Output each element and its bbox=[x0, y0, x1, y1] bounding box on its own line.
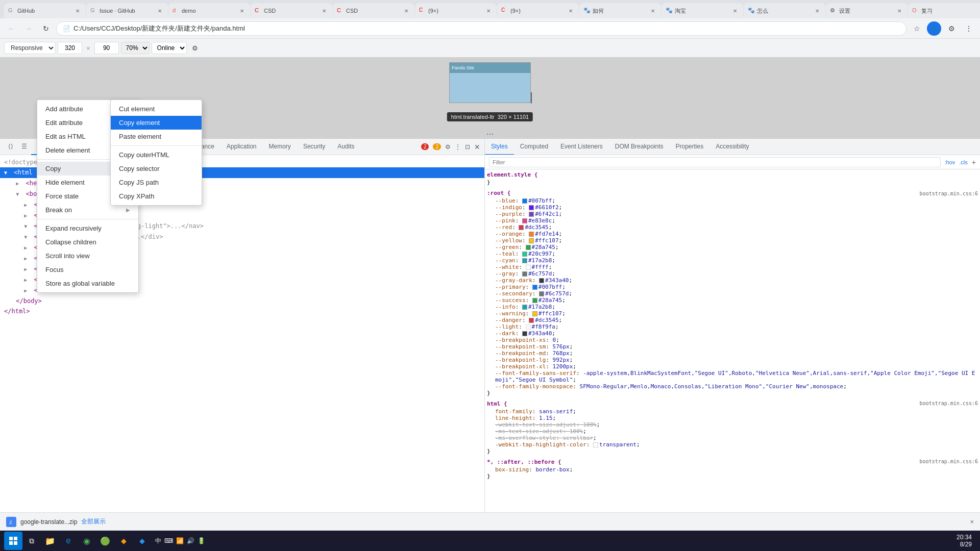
css-source-star[interactable]: bootstrap.min.css:6 bbox=[920, 459, 978, 466]
filter-hov[interactable]: :hov bbox=[945, 159, 955, 165]
styles-tab-styles[interactable]: Styles bbox=[485, 139, 514, 155]
tab-application[interactable]: Application bbox=[220, 139, 263, 155]
context-item-collapse-children[interactable]: Collapse children bbox=[37, 235, 138, 249]
tree-line-body-close[interactable]: </body> bbox=[0, 296, 484, 306]
tab-github[interactable]: G GitHub ✕ bbox=[4, 3, 86, 18]
css-prop-webkit-tap: -webkit-tap-highlight-color: transparent… bbox=[495, 441, 978, 448]
tab-close[interactable]: ✕ bbox=[74, 7, 82, 15]
reload-button[interactable]: ↻ bbox=[39, 21, 53, 36]
context-item-expand[interactable]: Expand recursively bbox=[37, 221, 138, 235]
settings-icon-btn[interactable]: ⚙ bbox=[189, 42, 201, 54]
submenu-copy-js-path[interactable]: Copy JS path bbox=[111, 176, 202, 189]
css-selector-html: html { bbox=[487, 400, 507, 407]
styles-tab-properties[interactable]: Properties bbox=[669, 139, 709, 155]
back-button[interactable]: ← bbox=[4, 21, 18, 36]
devtools-more-icon[interactable]: ⋮ bbox=[455, 143, 461, 151]
app-icon-green[interactable]: ◉ bbox=[78, 532, 96, 550]
browser-icon-ie[interactable]: e bbox=[59, 532, 78, 550]
filter-plus[interactable]: + bbox=[972, 158, 976, 166]
zoom-selector[interactable]: 70% bbox=[121, 42, 150, 54]
tab-demo[interactable]: d demo ✕ bbox=[168, 3, 250, 18]
devtools-dock-icon[interactable]: ⊡ bbox=[465, 143, 470, 151]
tab-close[interactable]: ✕ bbox=[731, 7, 739, 15]
tab-close[interactable]: ✕ bbox=[320, 7, 328, 15]
browser-window: G GitHub ✕ G Issue · GitHub ✕ d demo ✕ C… bbox=[0, 0, 980, 531]
app-icon-chrome[interactable]: 🟢 bbox=[96, 532, 114, 550]
tab-close[interactable]: ✕ bbox=[484, 7, 493, 15]
tree-line-html-close[interactable]: </html> bbox=[0, 306, 484, 316]
tab-settings[interactable]: ⚙ 设置 ✕ bbox=[826, 3, 908, 18]
forward-button[interactable]: → bbox=[21, 21, 36, 36]
tab-ruhé[interactable]: 🐾 如何 ✕ bbox=[579, 3, 661, 18]
devtools-settings-icon[interactable]: ⚙ bbox=[445, 143, 451, 151]
profile-button[interactable]: 👤 bbox=[927, 21, 941, 36]
download-all-link[interactable]: 全部展示 bbox=[81, 517, 106, 526]
submenu-copy-element[interactable]: Copy element bbox=[111, 116, 202, 130]
devtools-tab-icon1[interactable]: ⟨⟩ bbox=[4, 139, 17, 155]
tab-close[interactable]: ✕ bbox=[895, 7, 903, 15]
tab-taobao[interactable]: 🐾 淘宝 ✕ bbox=[662, 3, 743, 18]
filter-cls[interactable]: .cls bbox=[959, 159, 968, 165]
extensions-button[interactable]: ⚙ bbox=[944, 21, 959, 36]
submenu-cut-element[interactable]: Cut element bbox=[111, 102, 202, 116]
devtools-tab-icon2[interactable]: ☰ bbox=[17, 139, 31, 155]
tab-close[interactable]: ✕ bbox=[813, 7, 821, 15]
tab-close[interactable]: ✕ bbox=[649, 7, 657, 15]
submenu-paste-element[interactable]: Paste element bbox=[111, 130, 202, 143]
styles-tab-event-listeners[interactable]: Event Listeners bbox=[554, 139, 609, 155]
resize-handle-bottom[interactable]: ⋯ bbox=[486, 130, 494, 138]
app-icon-extra2[interactable]: ◆ bbox=[133, 532, 151, 550]
file-explorer-icon[interactable]: 📁 bbox=[41, 532, 59, 550]
styles-tab-accessibility[interactable]: Accessibility bbox=[709, 139, 755, 155]
tab-security[interactable]: Security bbox=[297, 139, 331, 155]
menu-button[interactable]: ⋮ bbox=[962, 21, 976, 36]
address-bar[interactable]: 📄 C:/Users/CCJ/Desktop/新建文件夹/新建文件夹/panda… bbox=[56, 21, 906, 36]
tab-close[interactable]: ✕ bbox=[238, 7, 246, 15]
resize-handle-right[interactable]: ▕ bbox=[525, 93, 532, 103]
styles-tab-computed[interactable]: Computed bbox=[514, 139, 554, 155]
styles-tabs: Styles Computed Event Listeners DOM Brea… bbox=[485, 139, 980, 155]
width-input[interactable] bbox=[58, 42, 82, 54]
css-prop-bp-xs: --breakpoint-xs: 0; bbox=[495, 337, 978, 343]
tab-issue[interactable]: G Issue · GitHub ✕ bbox=[86, 3, 168, 18]
tab-zenme[interactable]: 🐾 怎么 ✕ bbox=[744, 3, 825, 18]
break-on-arrow: ▶ bbox=[126, 207, 130, 213]
tab-favicon: C bbox=[255, 7, 262, 14]
app-icon-extra1[interactable]: ◆ bbox=[114, 532, 133, 550]
tab-close[interactable]: ✕ bbox=[567, 7, 575, 15]
start-button[interactable] bbox=[4, 532, 22, 550]
css-prop-secondary: --secondary: #6c757d; bbox=[495, 290, 978, 297]
online-selector[interactable]: Online bbox=[152, 42, 187, 54]
responsive-selector[interactable]: Responsive bbox=[4, 42, 56, 54]
styles-tab-dom-breakpoints[interactable]: DOM Breakpoints bbox=[609, 139, 670, 155]
tab-audits[interactable]: Audits bbox=[331, 139, 360, 155]
context-item-global-var[interactable]: Store as global variable bbox=[37, 277, 138, 290]
tab-label: (9+) bbox=[428, 8, 484, 14]
tab-close[interactable]: ✕ bbox=[977, 7, 980, 15]
css-prop-blue: --blue: #007bff; bbox=[495, 197, 978, 204]
height-input[interactable] bbox=[94, 42, 119, 54]
download-close-button[interactable]: × bbox=[970, 518, 974, 525]
css-source-html[interactable]: bootstrap.min.css:6 bbox=[920, 400, 978, 408]
tab-9plus1[interactable]: C (9+) ✕ bbox=[415, 3, 497, 18]
tab-memory[interactable]: Memory bbox=[263, 139, 297, 155]
tab-9plus2[interactable]: C (9+) ✕ bbox=[497, 3, 579, 18]
tab-close[interactable]: ✕ bbox=[156, 7, 164, 15]
css-source-root[interactable]: bootstrap.min.css:6 bbox=[920, 191, 978, 196]
task-view-button[interactable]: ⧉ bbox=[22, 532, 41, 550]
tab-label: Issue · GitHub bbox=[100, 8, 156, 14]
tab-label: 设置 bbox=[839, 7, 895, 15]
submenu-copy-xpath[interactable]: Copy XPath bbox=[111, 189, 202, 203]
context-item-focus[interactable]: Focus bbox=[37, 263, 138, 277]
tab-fuxi1[interactable]: O 复习 ✕ bbox=[908, 3, 980, 18]
submenu-copy-outer-html[interactable]: Copy outerHTML bbox=[111, 148, 202, 162]
submenu-copy-selector[interactable]: Copy selector bbox=[111, 162, 202, 176]
context-item-scroll[interactable]: Scroll into view bbox=[37, 249, 138, 263]
bookmark-button[interactable]: ☆ bbox=[910, 21, 924, 36]
tab-csd1[interactable]: C CSD ✕ bbox=[251, 3, 332, 18]
tab-close[interactable]: ✕ bbox=[402, 7, 410, 15]
filter-input[interactable] bbox=[489, 157, 941, 167]
tab-csd2[interactable]: C CSD ✕ bbox=[333, 3, 414, 18]
devtools-close-icon[interactable]: ✕ bbox=[474, 143, 480, 151]
tab-label: CSD bbox=[346, 8, 402, 14]
